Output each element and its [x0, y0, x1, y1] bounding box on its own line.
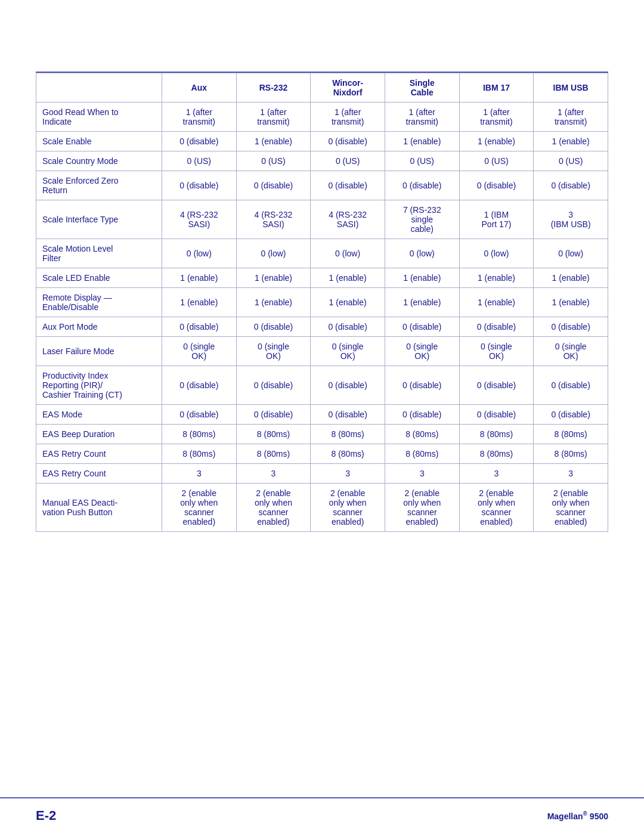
row-data-cell: 2 (enableonly whenscannerenabled) — [311, 484, 385, 532]
row-data-cell: 1 (enable) — [385, 288, 459, 317]
table-row: EAS Retry Count333333 — [36, 464, 608, 484]
row-data-cell: 4 (RS-232SASI) — [236, 200, 311, 239]
row-data-cell: 0 (disable) — [311, 171, 385, 200]
trademark-symbol: ® — [583, 810, 587, 817]
row-data-cell: 0 (singleOK) — [385, 337, 459, 366]
row-label-cell: Manual EAS Deacti-vation Push Button — [36, 484, 162, 532]
row-data-cell: 0 (US) — [162, 151, 236, 171]
row-data-cell: 1 (enable) — [459, 288, 534, 317]
row-data-cell: 0 (low) — [385, 239, 459, 268]
product-name: Magellan® 9500 — [547, 810, 608, 821]
row-data-cell: 0 (disable) — [162, 405, 236, 425]
row-data-cell: 0 (disable) — [311, 405, 385, 425]
col-header-rs232: RS-232 — [236, 73, 311, 103]
row-data-cell: 0 (disable) — [385, 405, 459, 425]
row-data-cell: 1 (aftertransmit) — [534, 103, 608, 132]
row-data-cell: 0 (disable) — [385, 317, 459, 337]
row-data-cell: 1 (enable) — [534, 288, 608, 317]
row-data-cell: 0 (disable) — [311, 366, 385, 405]
row-data-cell: 0 (US) — [385, 151, 459, 171]
row-data-cell: 8 (80ms) — [311, 444, 385, 464]
row-data-cell: 8 (80ms) — [459, 425, 534, 444]
row-data-cell: 0 (disable) — [459, 366, 534, 405]
table-row: EAS Beep Duration8 (80ms)8 (80ms)8 (80ms… — [36, 425, 608, 444]
row-data-cell: 0 (disable) — [385, 366, 459, 405]
table-row: Scale Interface Type4 (RS-232SASI)4 (RS-… — [36, 200, 608, 239]
row-label-cell: EAS Retry Count — [36, 464, 162, 484]
table-row: Productivity IndexReporting (PIR)/Cashie… — [36, 366, 608, 405]
row-data-cell: 1 (aftertransmit) — [459, 103, 534, 132]
row-data-cell: 8 (80ms) — [385, 444, 459, 464]
row-data-cell: 3 — [236, 464, 311, 484]
row-data-cell: 8 (80ms) — [162, 425, 236, 444]
row-data-cell: 1 (enable) — [236, 288, 311, 317]
row-label-cell: Scale LED Enable — [36, 268, 162, 288]
row-data-cell: 0 (disable) — [162, 132, 236, 151]
row-data-cell: 8 (80ms) — [534, 444, 608, 464]
row-data-cell: 1 (aftertransmit) — [236, 103, 311, 132]
row-data-cell: 2 (enableonly whenscannerenabled) — [162, 484, 236, 532]
row-label-cell: Scale Country Mode — [36, 151, 162, 171]
table-row: Scale LED Enable1 (enable)1 (enable)1 (e… — [36, 268, 608, 288]
table-row: Aux Port Mode0 (disable)0 (disable)0 (di… — [36, 317, 608, 337]
row-data-cell: 0 (singleOK) — [534, 337, 608, 366]
row-label-cell: EAS Beep Duration — [36, 425, 162, 444]
row-data-cell: 8 (80ms) — [311, 425, 385, 444]
row-label-cell: Good Read When toIndicate — [36, 103, 162, 132]
row-label-cell: Scale Interface Type — [36, 200, 162, 239]
table-row: Manual EAS Deacti-vation Push Button2 (e… — [36, 484, 608, 532]
row-data-cell: 1 (enable) — [311, 288, 385, 317]
row-data-cell: 3 — [459, 464, 534, 484]
row-data-cell: 2 (enableonly whenscannerenabled) — [236, 484, 311, 532]
row-data-cell: 1 (IBMPort 17) — [459, 200, 534, 239]
row-data-cell: 0 (low) — [162, 239, 236, 268]
row-data-cell: 0 (US) — [236, 151, 311, 171]
page-content: Aux RS-232 Wincor-Nixdorf SingleCable IB… — [0, 0, 644, 797]
table-row: Scale Enable0 (disable)1 (enable)0 (disa… — [36, 132, 608, 151]
row-data-cell: 0 (low) — [236, 239, 311, 268]
table-row: Scale Enforced ZeroReturn0 (disable)0 (d… — [36, 171, 608, 200]
row-data-cell: 8 (80ms) — [385, 425, 459, 444]
row-label-cell: Remote Display —Enable/Disable — [36, 288, 162, 317]
row-label-cell: Scale Motion LevelFilter — [36, 239, 162, 268]
row-data-cell: 2 (enableonly whenscannerenabled) — [534, 484, 608, 532]
row-data-cell: 1 (enable) — [459, 132, 534, 151]
page-number: E-2 — [36, 808, 56, 823]
row-data-cell: 3 — [311, 464, 385, 484]
table-row: EAS Mode0 (disable)0 (disable)0 (disable… — [36, 405, 608, 425]
row-data-cell: 1 (aftertransmit) — [311, 103, 385, 132]
row-data-cell: 0 (low) — [459, 239, 534, 268]
row-data-cell: 1 (aftertransmit) — [162, 103, 236, 132]
row-data-cell: 0 (US) — [459, 151, 534, 171]
row-data-cell: 8 (80ms) — [236, 444, 311, 464]
model-number: 9500 — [587, 812, 608, 821]
row-data-cell: 0 (singleOK) — [311, 337, 385, 366]
row-data-cell: 8 (80ms) — [162, 444, 236, 464]
row-data-cell: 0 (disable) — [385, 171, 459, 200]
row-data-cell: 1 (enable) — [162, 268, 236, 288]
row-label-cell: Scale Enable — [36, 132, 162, 151]
row-data-cell: 8 (80ms) — [459, 444, 534, 464]
row-data-cell: 0 (disable) — [534, 171, 608, 200]
col-header-ibm17: IBM 17 — [459, 73, 534, 103]
row-data-cell: 1 (enable) — [385, 268, 459, 288]
row-data-cell: 0 (disable) — [236, 171, 311, 200]
row-data-cell: 0 (disable) — [534, 317, 608, 337]
row-data-cell: 0 (US) — [534, 151, 608, 171]
col-header-feature — [36, 73, 162, 103]
table-row: Remote Display —Enable/Disable1 (enable)… — [36, 288, 608, 317]
page-footer: E-2 Magellan® 9500 — [0, 797, 644, 833]
col-header-single: SingleCable — [385, 73, 459, 103]
row-data-cell: 1 (enable) — [385, 132, 459, 151]
row-data-cell: 1 (aftertransmit) — [385, 103, 459, 132]
row-data-cell: 1 (enable) — [459, 268, 534, 288]
row-data-cell: 0 (low) — [311, 239, 385, 268]
col-header-aux: Aux — [162, 73, 236, 103]
table-row: Good Read When toIndicate1 (aftertransmi… — [36, 103, 608, 132]
row-data-cell: 0 (disable) — [534, 405, 608, 425]
table-row: Laser Failure Mode0 (singleOK)0 (singleO… — [36, 337, 608, 366]
settings-table: Aux RS-232 Wincor-Nixdorf SingleCable IB… — [36, 73, 608, 532]
row-label-cell: Aux Port Mode — [36, 317, 162, 337]
row-data-cell: 2 (enableonly whenscannerenabled) — [385, 484, 459, 532]
row-data-cell: 3 — [385, 464, 459, 484]
